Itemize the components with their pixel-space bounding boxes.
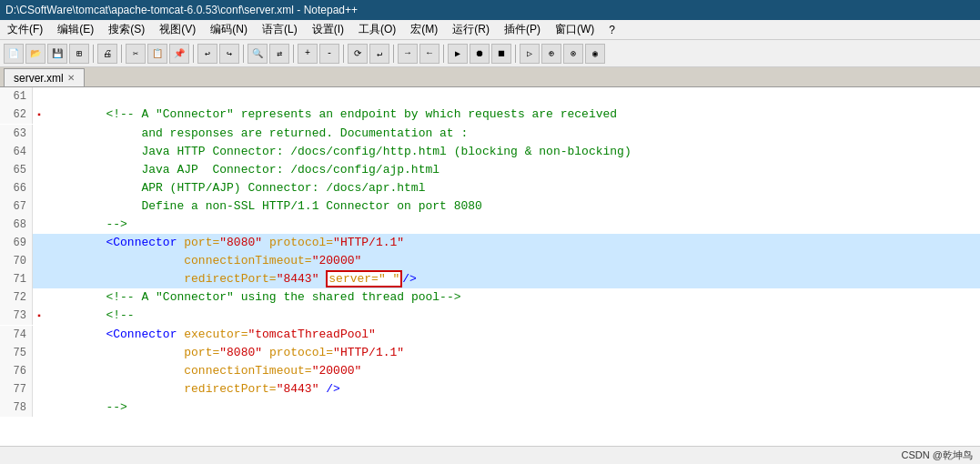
toolbar-print[interactable]: 🖨 <box>97 44 117 64</box>
line-num-78: 78 <box>0 398 33 417</box>
title-bar: D:\CSoftWare\tomcat\apache-tomcat-6.0.53… <box>0 0 980 20</box>
line-content-72: <!-- A "Connector" using the shared thre… <box>45 288 980 307</box>
menu-bar: 文件(F) 编辑(E) 搜索(S) 视图(V) 编码(N) 语言(L) 设置(I… <box>0 20 980 40</box>
toolbar-extra2[interactable]: ⊗ <box>563 44 583 64</box>
code-line-68: 68 --> <box>0 216 980 234</box>
line-num-63: 63 <box>0 125 33 143</box>
line-num-73: 73 <box>0 307 33 325</box>
toolbar-macro3[interactable]: ⏹ <box>491 44 511 64</box>
toolbar-sep9 <box>515 45 516 63</box>
toolbar-sep6 <box>343 45 344 63</box>
toolbar-new[interactable]: 📄 <box>4 44 24 64</box>
menu-encode[interactable]: 编码(N) <box>207 21 251 38</box>
line-num-68: 68 <box>0 216 33 234</box>
toolbar-indent[interactable]: → <box>398 44 418 64</box>
line-marker-73: ▪ <box>33 308 45 326</box>
menu-edit[interactable]: 编辑(E) <box>54 21 97 38</box>
line-content-65: Java AJP Connector: /docs/config/ajp.htm… <box>45 161 980 179</box>
toolbar-extra3[interactable]: ◉ <box>585 44 605 64</box>
code-line-70: 70 connectionTimeout="20000" <box>0 252 980 270</box>
tab-bar: server.xml ✕ <box>0 67 980 87</box>
line-marker-62: ▪ <box>33 106 45 125</box>
status-bar: CSDN @乾坤鸟 <box>0 446 980 464</box>
line-content-71: redirectPort="8443" server=" "/> <box>45 270 980 288</box>
menu-plugins[interactable]: 插件(P) <box>500 21 544 38</box>
toolbar-macro2[interactable]: ⏺ <box>470 44 490 64</box>
toolbar-sep4 <box>243 45 244 63</box>
toolbar-open[interactable]: 📂 <box>25 44 45 64</box>
toolbar-zoom-in[interactable]: + <box>298 44 318 64</box>
toolbar-undo[interactable]: ↩ <box>197 44 217 64</box>
toolbar-cut[interactable]: ✂ <box>126 44 146 64</box>
line-content-73: <!-- <box>45 307 980 325</box>
toolbar-sep7 <box>393 45 394 63</box>
line-num-65: 65 <box>0 161 33 179</box>
code-line-74: 74 <Connector executor="tomcatThreadPool… <box>0 326 980 344</box>
title-text: D:\CSoftWare\tomcat\apache-tomcat-6.0.53… <box>5 4 358 16</box>
line-content-77: redirectPort="8443" /> <box>45 380 980 398</box>
line-content-68: --> <box>45 216 980 234</box>
toolbar-copy[interactable]: 📋 <box>147 44 167 64</box>
toolbar-macro1[interactable]: ▶ <box>448 44 468 64</box>
toolbar-find[interactable]: 🔍 <box>248 44 268 64</box>
line-num-72: 72 <box>0 288 33 307</box>
toolbar-extra1[interactable]: ⊕ <box>541 44 561 64</box>
toolbar-paste[interactable]: 📌 <box>169 44 189 64</box>
line-content-64: Java HTTP Connector: /docs/config/http.h… <box>45 143 980 161</box>
menu-window[interactable]: 窗口(W) <box>551 21 598 38</box>
line-content-78: --> <box>45 398 980 417</box>
menu-file[interactable]: 文件(F) <box>4 21 46 38</box>
tab-close-icon[interactable]: ✕ <box>67 73 75 83</box>
tab-server-xml[interactable]: server.xml ✕ <box>4 68 85 86</box>
line-num-76: 76 <box>0 362 33 380</box>
line-num-61: 61 <box>0 87 33 106</box>
code-line-67: 67 Define a non-SSL HTTP/1.1 Connector o… <box>0 197 980 216</box>
code-line-69: 69 <Connector port="8080" protocol="HTTP… <box>0 234 980 252</box>
code-line-73: 73 ▪ <!-- <box>0 307 980 326</box>
code-line-62: 62 ▪ <!-- A "Connector" represents an en… <box>0 106 980 125</box>
menu-search[interactable]: 搜索(S) <box>105 21 148 38</box>
toolbar-replace[interactable]: ⇄ <box>269 44 289 64</box>
toolbar-saveall[interactable]: ⊞ <box>69 44 89 64</box>
toolbar-outdent[interactable]: ← <box>419 44 439 64</box>
tab-label: server.xml <box>14 72 64 85</box>
menu-settings[interactable]: 设置(I) <box>308 21 348 38</box>
line-num-77: 77 <box>0 380 33 398</box>
line-num-66: 66 <box>0 179 33 197</box>
menu-view[interactable]: 视图(V) <box>156 21 199 38</box>
toolbar-run[interactable]: ▷ <box>520 44 540 64</box>
line-content-62: <!-- A "Connector" represents an endpoin… <box>45 106 980 124</box>
menu-lang[interactable]: 语言(L) <box>258 21 301 38</box>
line-num-69: 69 <box>0 234 33 252</box>
code-line-65: 65 Java AJP Connector: /docs/config/ajp.… <box>0 161 980 179</box>
menu-tools[interactable]: 工具(O) <box>355 21 399 38</box>
line-num-74: 74 <box>0 326 33 344</box>
code-line-76: 76 connectionTimeout="20000" <box>0 362 980 380</box>
menu-run[interactable]: 运行(R) <box>449 21 493 38</box>
toolbar-redo[interactable]: ↪ <box>219 44 239 64</box>
toolbar-zoom-out[interactable]: - <box>319 44 339 64</box>
toolbar: 📄 📂 💾 ⊞ 🖨 ✂ 📋 📌 ↩ ↪ 🔍 ⇄ + - ⟳ ↵ → ← ▶ ⏺ … <box>0 40 980 67</box>
code-line-72: 72 <!-- A "Connector" using the shared t… <box>0 288 980 307</box>
toolbar-sep8 <box>443 45 444 63</box>
code-line-64: 64 Java HTTP Connector: /docs/config/htt… <box>0 143 980 161</box>
line-num-75: 75 <box>0 344 33 362</box>
line-content-69: <Connector port="8080" protocol="HTTP/1.… <box>45 234 980 252</box>
line-content-76: connectionTimeout="20000" <box>45 362 980 380</box>
code-area[interactable]: 61 62 ▪ <!-- A "Connector" represents an… <box>0 87 980 446</box>
line-num-71: 71 <box>0 270 33 288</box>
menu-help[interactable]: ? <box>605 23 619 37</box>
menu-macro[interactable]: 宏(M) <box>407 21 441 38</box>
toolbar-save[interactable]: 💾 <box>47 44 67 64</box>
line-num-62: 62 <box>0 106 33 124</box>
line-content-66: APR (HTTP/AJP) Connector: /docs/apr.html <box>45 179 980 197</box>
code-line-71: 71 redirectPort="8443" server=" "/> <box>0 270 980 288</box>
line-num-70: 70 <box>0 252 33 270</box>
watermark: CSDN @乾坤鸟 <box>902 449 973 462</box>
toolbar-sync[interactable]: ⟳ <box>348 44 368 64</box>
toolbar-sep1 <box>93 45 94 63</box>
line-content-63: and responses are returned. Documentatio… <box>45 125 980 143</box>
toolbar-wrap[interactable]: ↵ <box>369 44 389 64</box>
line-content-75: port="8080" protocol="HTTP/1.1" <box>45 344 980 362</box>
code-line-75: 75 port="8080" protocol="HTTP/1.1" <box>0 344 980 362</box>
